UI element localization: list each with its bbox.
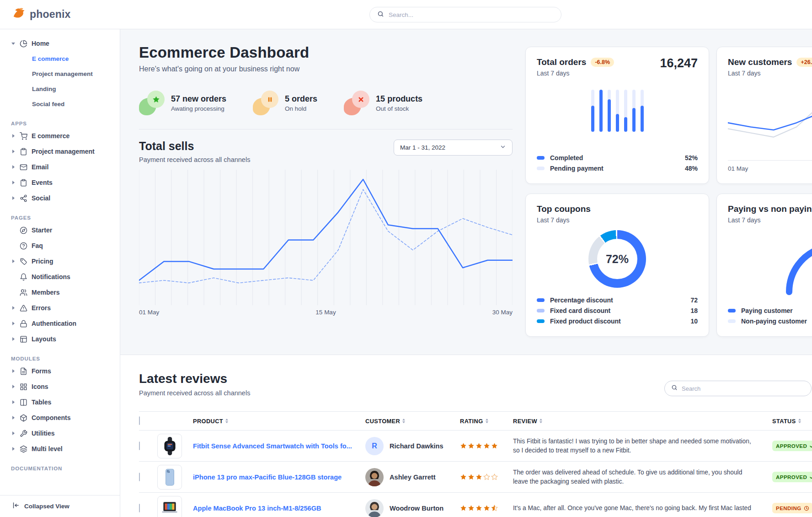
columns-icon bbox=[20, 399, 27, 406]
sidebar-item-email[interactable]: Email bbox=[0, 159, 120, 175]
sidebar-item-icons[interactable]: Icons bbox=[0, 379, 120, 394]
caret-right-icon bbox=[11, 431, 16, 435]
product-link[interactable]: iPhone 13 pro max-Pacific Blue-128GB sto… bbox=[193, 474, 365, 481]
sidebar-item-pricing[interactable]: Pricing bbox=[0, 253, 120, 269]
row-checkbox[interactable] bbox=[139, 473, 140, 481]
warning-triangle-icon bbox=[20, 304, 27, 312]
global-search[interactable] bbox=[369, 7, 561, 22]
donut-center-value: 72% bbox=[597, 239, 637, 279]
star-icon bbox=[475, 474, 482, 480]
order-bar bbox=[608, 90, 611, 132]
sidebar-subitem-project-management[interactable]: Project management bbox=[0, 66, 120, 81]
caret-right-icon bbox=[11, 181, 16, 184]
legend-swatch bbox=[537, 319, 545, 323]
reviews-search-input[interactable] bbox=[682, 385, 805, 392]
star-icon bbox=[475, 442, 482, 449]
avatar-photo bbox=[365, 468, 384, 486]
mail-icon bbox=[20, 163, 27, 171]
legend-value: 48% bbox=[685, 165, 698, 172]
sidebar-item-components[interactable]: Components bbox=[0, 410, 120, 425]
sidebar-item-social[interactable]: Social bbox=[0, 190, 120, 206]
row-checkbox[interactable] bbox=[139, 504, 140, 512]
card-title: New customers bbox=[728, 57, 792, 67]
sidebar-item-label: Email bbox=[32, 163, 48, 171]
sidebar-item-members[interactable]: Members bbox=[0, 285, 120, 300]
chevron-down-icon bbox=[500, 144, 506, 152]
select-all-checkbox[interactable] bbox=[139, 416, 140, 425]
sidebar-item-faq[interactable]: Faq bbox=[0, 238, 120, 253]
order-bar bbox=[624, 90, 627, 132]
x-axis-line bbox=[728, 160, 812, 161]
sidebar-item-authentication[interactable]: Authentication bbox=[0, 316, 120, 331]
sidebar-section-label: DOCUMENTATION bbox=[0, 464, 120, 473]
legend-row: Paying customer bbox=[728, 305, 812, 316]
column-header-rating[interactable]: RATING bbox=[460, 418, 513, 425]
sidebar-item-project-management[interactable]: Project management bbox=[0, 144, 120, 159]
column-header-customer[interactable]: CUSTOMER bbox=[365, 418, 460, 425]
customer-cell: Woodrow Burton bbox=[365, 499, 460, 517]
customer-cell: R Richard Dawkins bbox=[365, 437, 460, 455]
sidebar-item-layouts[interactable]: Layouts bbox=[0, 331, 120, 347]
collapse-sidebar-button[interactable]: Collapsed View bbox=[0, 495, 120, 517]
sidebar-item-forms[interactable]: Forms bbox=[0, 363, 120, 379]
brand-name: phoenix bbox=[30, 8, 71, 21]
sidebar-item-label: Project management bbox=[32, 148, 95, 155]
product-link[interactable]: Apple MacBook Pro 13 inch-M1-8/256GB bbox=[193, 505, 365, 512]
file-text-icon bbox=[20, 367, 27, 375]
date-range-select[interactable]: Mar 1 - 31, 2022 bbox=[394, 140, 513, 156]
sidebar-item-label: Icons bbox=[32, 383, 48, 390]
sidebar-item-label: Tables bbox=[32, 399, 51, 406]
sort-icon bbox=[486, 419, 488, 423]
legend-swatch bbox=[728, 319, 736, 323]
product-thumbnail[interactable] bbox=[157, 434, 182, 458]
sidebar-subitem-social-feed[interactable]: Social feed bbox=[0, 97, 120, 112]
stat-new-orders: 57 new orders Awating processing bbox=[139, 91, 226, 115]
sidebar-item-utilities[interactable]: Utilities bbox=[0, 425, 120, 441]
main-content: Ecommerce Dashboard Here's what's going … bbox=[120, 29, 812, 517]
sidebar-item-events[interactable]: Events bbox=[0, 175, 120, 190]
date-range-value: Mar 1 - 31, 2022 bbox=[400, 144, 445, 151]
collapse-left-icon bbox=[12, 501, 20, 511]
star-icon bbox=[483, 442, 490, 449]
product-thumbnail[interactable] bbox=[157, 465, 182, 490]
legend-value: 10 bbox=[690, 318, 698, 325]
caret-right-icon bbox=[11, 400, 16, 404]
legend-row: Percentage discount72 bbox=[537, 295, 698, 305]
star-icon bbox=[139, 91, 165, 115]
product-link[interactable]: Fitbit Sense Advanced Smartwatch with To… bbox=[193, 442, 365, 450]
wrench-icon bbox=[20, 430, 27, 437]
star-icon bbox=[468, 505, 475, 512]
sidebar-item-e-commerce[interactable]: E commerce bbox=[0, 128, 120, 144]
reviews-search[interactable] bbox=[664, 381, 812, 396]
sidebar-item-notifications[interactable]: Notifications bbox=[0, 269, 120, 285]
sidebar-item-label: E commerce bbox=[32, 132, 69, 140]
column-header-status[interactable]: STATUS bbox=[772, 418, 812, 425]
sidebar-subitem-landing[interactable]: Landing bbox=[0, 81, 120, 97]
sidebar-section-label: APPS bbox=[0, 119, 120, 128]
card-period: Last 7 days bbox=[728, 216, 812, 224]
share-icon bbox=[20, 194, 27, 202]
order-bar bbox=[632, 90, 636, 132]
search-input[interactable] bbox=[389, 11, 554, 18]
column-header-product[interactable]: PRODUCT bbox=[193, 418, 365, 425]
product-thumbnail[interactable] bbox=[157, 496, 182, 517]
sidebar-item-starter[interactable]: Starter bbox=[0, 222, 120, 238]
bell-icon bbox=[20, 273, 27, 281]
column-header-review[interactable]: REVIEW bbox=[513, 418, 772, 425]
sidebar-item-multi-level[interactable]: Multi level bbox=[0, 441, 120, 457]
reviews-table: PRODUCT CUSTOMER RATING REVIEW STATUS Fi… bbox=[139, 411, 812, 517]
sidebar-item-home[interactable]: Home bbox=[0, 36, 120, 51]
row-checkbox[interactable] bbox=[139, 442, 140, 450]
sidebar-item-tables[interactable]: Tables bbox=[0, 394, 120, 410]
stat-value: 57 new orders bbox=[171, 94, 226, 104]
brand[interactable]: phoenix bbox=[12, 7, 71, 22]
sidebar-item-label: Utilities bbox=[32, 430, 55, 437]
sidebar-subitem-e-commerce[interactable]: E commerce bbox=[0, 51, 120, 66]
coupons-donut-chart: 72% bbox=[588, 230, 646, 288]
sidebar-item-label: Members bbox=[32, 289, 59, 296]
avatar-initial: R bbox=[365, 437, 384, 455]
compass-icon bbox=[20, 226, 27, 234]
stat-out-of-stock: 15 products Out of stock bbox=[344, 91, 422, 115]
caret-right-icon bbox=[11, 447, 16, 451]
sidebar-item-errors[interactable]: Errors bbox=[0, 300, 120, 316]
